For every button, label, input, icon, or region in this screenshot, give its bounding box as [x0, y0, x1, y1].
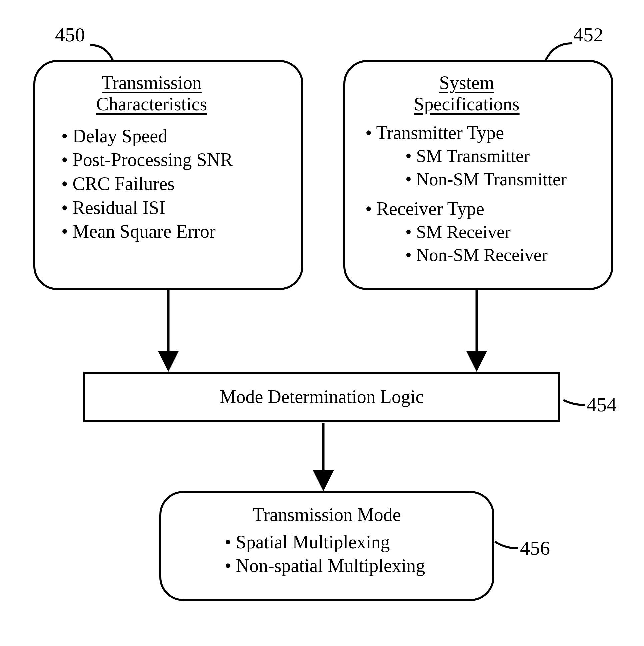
item-non-sm-transmitter: • Non-SM Transmitter: [365, 168, 595, 191]
item-crc: • CRC Failures: [61, 172, 285, 196]
title-line1: System: [439, 72, 494, 93]
item-non-spatial-mux: • Non-spatial Multiplexing: [198, 554, 472, 578]
label-mode-determination: Mode Determination Logic: [85, 386, 558, 407]
title-line2: Characteristics: [96, 94, 207, 114]
item-mse: • Mean Square Error: [61, 220, 285, 244]
box-transmission-characteristics: Transmission Characteristics • Delay Spe…: [33, 60, 303, 290]
box-mode-determination-logic: Mode Determination Logic: [83, 372, 560, 422]
ref-label-454: 454: [587, 393, 617, 416]
box-system-specifications: System Specifications • Transmitter Type…: [343, 60, 613, 290]
box-450-title: Transmission Characteristics: [18, 72, 285, 115]
item-transmitter-type: • Transmitter Type: [365, 121, 595, 145]
title-line1: Transmission: [102, 72, 202, 93]
item-sm-receiver: • SM Receiver: [365, 221, 595, 244]
item-non-sm-receiver: • Non-SM Receiver: [365, 244, 595, 267]
ref-label-450: 450: [55, 23, 85, 46]
item-receiver-type: • Receiver Type: [365, 197, 595, 221]
ref-label-456: 456: [520, 537, 550, 560]
item-pp-snr: • Post-Processing SNR: [61, 148, 285, 172]
ref-label-452: 452: [573, 23, 603, 46]
box-456-title: Transmission Mode: [181, 503, 472, 527]
item-delay-speed: • Delay Speed: [61, 124, 285, 148]
box-450-items: • Delay Speed • Post-Processing SNR • CR…: [51, 124, 285, 244]
item-spatial-mux: • Spatial Multiplexing: [198, 530, 472, 554]
title-line2: Specifications: [414, 94, 519, 114]
item-sm-transmitter: • SM Transmitter: [365, 145, 595, 168]
box-transmission-mode: Transmission Mode • Spatial Multiplexing…: [159, 491, 494, 601]
box-452-title: System Specifications: [338, 72, 595, 115]
item-isi: • Residual ISI: [61, 196, 285, 220]
